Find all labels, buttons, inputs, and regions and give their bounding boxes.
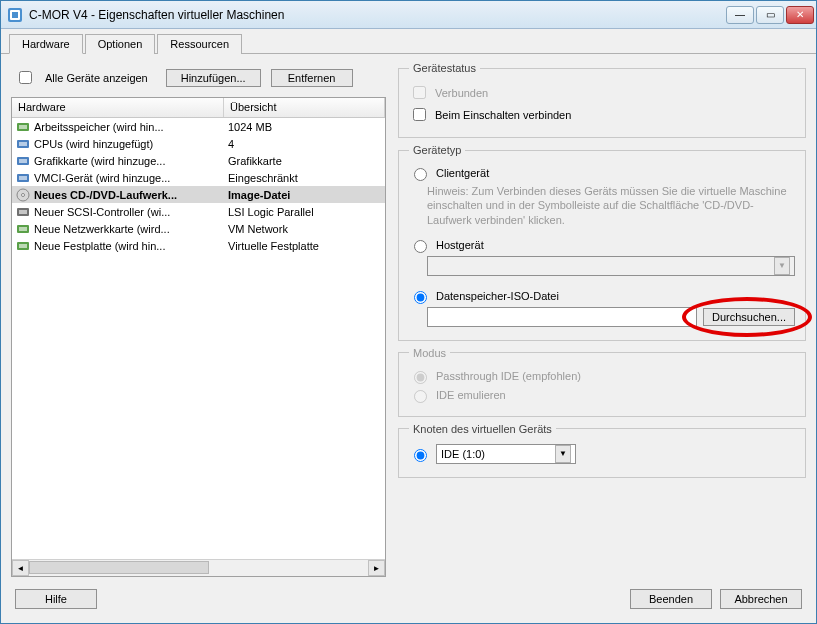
table-row[interactable]: Neue Festplatte (wird hin...Virtuelle Fe…	[12, 237, 385, 254]
browse-button[interactable]: Durchsuchen...	[703, 308, 795, 326]
hdd-icon	[16, 239, 30, 253]
poweron-connect-label: Beim Einschalten verbinden	[435, 109, 571, 121]
col-hardware[interactable]: Hardware	[12, 98, 224, 117]
iso-radio[interactable]	[414, 291, 427, 304]
svg-rect-10	[19, 176, 27, 180]
client-device-radio[interactable]	[414, 168, 427, 181]
client-hint: Hinweis: Zum Verbinden dieses Geräts müs…	[427, 184, 795, 227]
mode-group: Modus Passthrough IDE (empfohlen) IDE em…	[398, 347, 806, 417]
cpu-icon	[16, 137, 30, 151]
row-name: VMCI-Gerät (wird hinzuge...	[34, 172, 170, 184]
table-row[interactable]: Neues CD-/DVD-Laufwerk...Image-Datei	[12, 186, 385, 203]
row-overview: Grafikkarte	[224, 155, 385, 167]
row-overview: 4	[224, 138, 385, 150]
chevron-down-icon[interactable]: ▼	[555, 445, 571, 463]
tabs: Hardware Optionen Ressourcen	[1, 29, 816, 54]
left-pane: Alle Geräte anzeigen Hinzufügen... Entfe…	[11, 60, 386, 577]
scsi-icon	[16, 205, 30, 219]
minimize-button[interactable]: —	[726, 6, 754, 24]
svg-rect-16	[19, 227, 27, 231]
table-row[interactable]: CPUs (wird hinzugefügt)4	[12, 135, 385, 152]
tab-options[interactable]: Optionen	[85, 34, 156, 54]
titlebar: C-MOR V4 - Eigenschaften virtueller Masc…	[1, 1, 816, 29]
row-overview: Eingeschränkt	[224, 172, 385, 184]
col-overview[interactable]: Übersicht	[224, 98, 385, 117]
svg-point-12	[22, 193, 25, 196]
iso-label: Datenspeicher-ISO-Datei	[436, 290, 559, 302]
connected-checkbox	[413, 86, 426, 99]
window-title: C-MOR V4 - Eigenschaften virtueller Masc…	[29, 8, 724, 22]
node-select[interactable]: IDE (1:0) ▼	[436, 444, 576, 464]
scroll-right-icon[interactable]: ►	[368, 560, 385, 576]
row-name: Neues CD-/DVD-Laufwerk...	[34, 189, 177, 201]
table-row[interactable]: Neuer SCSI-Controller (wi...LSI Logic Pa…	[12, 203, 385, 220]
cancel-button[interactable]: Abbrechen	[720, 589, 802, 609]
table-row[interactable]: Grafikkarte (wird hinzuge...Grafikkarte	[12, 152, 385, 169]
svg-rect-18	[19, 244, 27, 248]
row-overview: Virtuelle Festplatte	[224, 240, 385, 252]
emulate-radio	[414, 390, 427, 403]
row-name: Neue Festplatte (wird hin...	[34, 240, 165, 252]
row-name: CPUs (wird hinzugefügt)	[34, 138, 153, 150]
row-name: Arbeitsspeicher (wird hin...	[34, 121, 164, 133]
scroll-thumb[interactable]	[29, 561, 209, 574]
app-icon	[7, 7, 23, 23]
tab-hardware[interactable]: Hardware	[9, 34, 83, 54]
finish-button[interactable]: Beenden	[630, 589, 712, 609]
device-status-legend: Gerätestatus	[409, 62, 480, 74]
connected-label: Verbunden	[435, 87, 488, 99]
host-device-radio[interactable]	[414, 240, 427, 253]
emulate-label: IDE emulieren	[436, 389, 506, 401]
hardware-list: Hardware Übersicht Arbeitsspeicher (wird…	[11, 97, 386, 577]
row-name: Grafikkarte (wird hinzuge...	[34, 155, 165, 167]
host-device-select: ▼	[427, 256, 795, 276]
device-type-group: Gerätetyp Clientgerät Hinweis: Zum Verbi…	[398, 144, 806, 341]
node-radio[interactable]	[414, 449, 427, 462]
content: Alle Geräte anzeigen Hinzufügen... Entfe…	[1, 54, 816, 579]
ram-icon	[16, 120, 30, 134]
chevron-down-icon: ▼	[774, 257, 790, 275]
gpu-icon	[16, 154, 30, 168]
window: C-MOR V4 - Eigenschaften virtueller Masc…	[0, 0, 817, 624]
table-row[interactable]: Arbeitsspeicher (wird hin...1024 MB	[12, 118, 385, 135]
table-row[interactable]: Neue Netzwerkkarte (wird...VM Network	[12, 220, 385, 237]
passthrough-label: Passthrough IDE (empfohlen)	[436, 370, 581, 382]
maximize-button[interactable]: ▭	[756, 6, 784, 24]
row-name: Neuer SCSI-Controller (wi...	[34, 206, 170, 218]
row-overview: Image-Datei	[224, 189, 385, 201]
help-button[interactable]: Hilfe	[15, 589, 97, 609]
vmcidev-icon	[16, 171, 30, 185]
show-all-label: Alle Geräte anzeigen	[45, 72, 148, 84]
close-button[interactable]: ✕	[786, 6, 814, 24]
row-name: Neue Netzwerkkarte (wird...	[34, 223, 170, 235]
passthrough-radio	[414, 371, 427, 384]
cd-icon	[16, 188, 30, 202]
device-type-legend: Gerätetyp	[409, 144, 465, 156]
row-overview: 1024 MB	[224, 121, 385, 133]
svg-rect-4	[19, 125, 27, 129]
host-device-label: Hostgerät	[436, 239, 484, 251]
node-value: IDE (1:0)	[441, 448, 485, 460]
virtual-node-legend: Knoten des virtuellen Geräts	[409, 423, 556, 435]
device-status-group: Gerätestatus Verbunden Beim Einschalten …	[398, 62, 806, 138]
add-button[interactable]: Hinzufügen...	[166, 69, 261, 87]
virtual-node-group: Knoten des virtuellen Geräts IDE (1:0) ▼	[398, 423, 806, 478]
right-pane: Gerätestatus Verbunden Beim Einschalten …	[398, 60, 806, 577]
svg-rect-8	[19, 159, 27, 163]
table-row[interactable]: VMCI-Gerät (wird hinzuge...Eingeschränkt	[12, 169, 385, 186]
row-overview: VM Network	[224, 223, 385, 235]
show-all-checkbox[interactable]	[19, 71, 32, 84]
nic-icon	[16, 222, 30, 236]
row-overview: LSI Logic Parallel	[224, 206, 385, 218]
poweron-connect-checkbox[interactable]	[413, 108, 426, 121]
client-device-label: Clientgerät	[436, 167, 489, 179]
footer: Hilfe Beenden Abbrechen	[1, 579, 816, 623]
iso-path-input[interactable]	[427, 307, 697, 327]
mode-legend: Modus	[409, 347, 450, 359]
remove-button[interactable]: Entfernen	[271, 69, 353, 87]
svg-rect-2	[12, 12, 18, 18]
tab-resources[interactable]: Ressourcen	[157, 34, 242, 54]
h-scrollbar[interactable]: ◄ ►	[12, 559, 385, 576]
scroll-left-icon[interactable]: ◄	[12, 560, 29, 576]
svg-rect-14	[19, 210, 27, 214]
